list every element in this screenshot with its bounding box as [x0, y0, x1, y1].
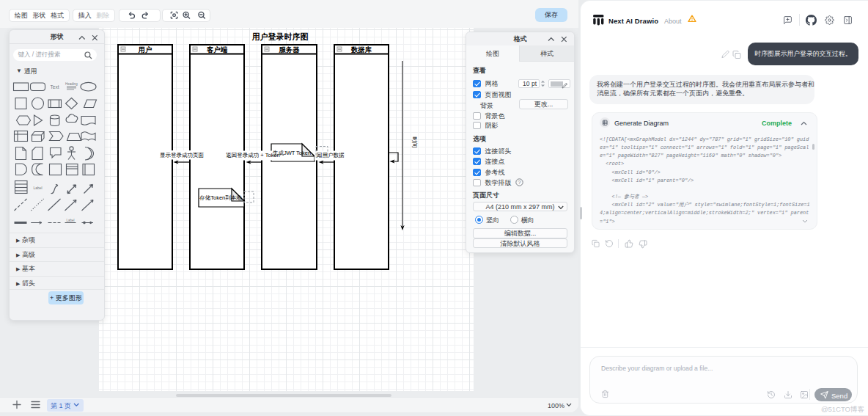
- svg-text:?: ?: [518, 180, 521, 185]
- svg-text:存储Token到本地: 存储Token到本地: [199, 194, 242, 201]
- svg-text:生成JWT Token: 生成JWT Token: [272, 150, 311, 156]
- svg-text:Label: Label: [33, 186, 42, 190]
- svg-text:第 1 页: 第 1 页: [51, 402, 71, 409]
- svg-text:客户端: 客户端: [207, 45, 228, 54]
- svg-text:时间: 时间: [411, 137, 418, 148]
- svg-text:100%: 100%: [548, 402, 564, 409]
- svg-text:显示登录成功页面: 显示登录成功页面: [160, 152, 205, 158]
- svg-text:用户: 用户: [138, 45, 152, 54]
- svg-text:数据库: 数据库: [350, 45, 372, 54]
- svg-text:服务器: 服务器: [279, 46, 301, 54]
- svg-text:Label: Label: [66, 219, 74, 222]
- svg-text:Text: Text: [51, 84, 59, 90]
- svg-text:用户登录时序图: 用户登录时序图: [251, 32, 309, 41]
- svg-text:Heading: Heading: [65, 82, 78, 86]
- svg-text:返回登录成功 + Token: 返回登录成功 + Token: [226, 152, 280, 158]
